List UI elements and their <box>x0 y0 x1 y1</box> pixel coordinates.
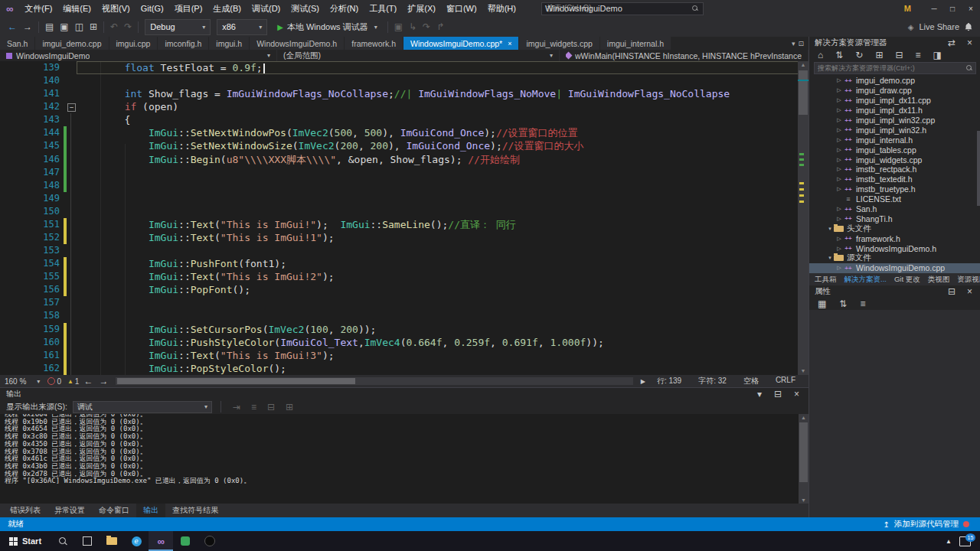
scroll-up-icon[interactable]: ▲ <box>799 414 808 422</box>
open-file-icon[interactable]: ▣ <box>57 21 71 32</box>
se-collapse-all-icon[interactable]: ⊟ <box>892 50 906 60</box>
props-pages-icon[interactable]: ≡ <box>857 298 868 309</box>
menu-item-测试-s[interactable]: 测试(S) <box>286 3 325 15</box>
tab-imconfig-h[interactable]: imconfig.h <box>158 37 208 50</box>
browser-button[interactable]: e <box>124 531 149 551</box>
se-home-icon[interactable]: ⌂ <box>815 50 826 60</box>
chevron-collapsed-icon[interactable]: ▷ <box>835 216 843 222</box>
output-list-icon[interactable]: ≡ <box>248 402 260 412</box>
code-line-158[interactable]: 158 <box>0 309 808 322</box>
nav-forward-icon[interactable]: → <box>20 21 35 32</box>
file-explorer-button[interactable] <box>100 531 124 551</box>
se-sync-icon[interactable]: ⇅ <box>832 50 846 60</box>
menu-item-编辑-e[interactable]: 编辑(E) <box>57 3 96 15</box>
chevron-collapsed-icon[interactable]: ▷ <box>835 147 843 153</box>
menu-item-文件-f[interactable]: 文件(F) <box>19 3 57 15</box>
chevron-collapsed-icon[interactable]: ▷ <box>835 107 843 113</box>
editor-vertical-scrollbar[interactable]: ▲ ▼ <box>798 61 808 375</box>
tab-imgui-internal-h[interactable]: imgui_internal.h <box>600 37 671 50</box>
menu-item-生成-b[interactable]: 生成(B) <box>207 3 247 15</box>
tree-item-imstb-rectpack-h[interactable]: ▷++imstb_rectpack.h <box>809 165 980 174</box>
chevron-collapsed-icon[interactable]: ▷ <box>835 137 843 143</box>
zoom-control[interactable]: 160 % ▾ <box>0 377 44 386</box>
nav-back-icon[interactable]: ← <box>5 21 20 32</box>
code-line-156[interactable]: 156 ImGui::PopFont(); <box>0 283 808 296</box>
right-panel-tab-解决方案资[interactable]: 解决方案资... <box>841 275 890 285</box>
props-alphabetical-icon[interactable]: ⇅ <box>836 298 850 309</box>
se-properties-icon[interactable]: ◨ <box>930 50 945 60</box>
chevron-expanded-icon[interactable]: ▾ <box>826 255 834 261</box>
minimize-button[interactable]: ─ <box>925 5 943 13</box>
active-files-dropdown-icon[interactable]: ▾ <box>792 40 795 47</box>
breakpoints-icon[interactable]: ▣ <box>391 21 406 32</box>
undo-icon[interactable]: ↶ <box>107 21 121 32</box>
code-line-143[interactable]: 143 { <box>0 113 808 126</box>
tree-item-imgui-impl-dx11-h[interactable]: ▷++imgui_impl_dx11.h <box>809 106 980 116</box>
solution-platform-dropdown[interactable]: x86 ▾ <box>217 19 267 35</box>
tree-item-源文件[interactable]: ▾源文件 <box>809 253 980 263</box>
code-line-159[interactable]: 159 ImGui::SetCursorPos(ImVec2(100, 200)… <box>0 323 808 336</box>
save-icon[interactable]: ◫ <box>72 21 87 32</box>
props-pin-icon[interactable]: ⊟ <box>945 286 959 297</box>
scroll-right-icon[interactable]: ▶ <box>638 378 648 385</box>
live-share-button[interactable]: Live Share <box>919 22 959 31</box>
chevron-collapsed-icon[interactable]: ▷ <box>835 236 843 242</box>
tree-item-imgui-impl-dx11-cpp[interactable]: ▷++imgui_impl_dx11.cpp <box>809 96 980 106</box>
add-to-source-control-button[interactable]: 添加到源代码管理 <box>894 519 959 530</box>
scrollbar-thumb[interactable] <box>117 378 355 384</box>
code-line-151[interactable]: 151 ImGui::Text("This is ImGui!"); ImGui… <box>0 218 808 231</box>
save-all-icon[interactable]: ⊞ <box>87 21 100 32</box>
tree-item-windowsimguidemo-h[interactable]: ▷++WindowsImguiDemo.h <box>809 243 980 253</box>
menu-item-工具-t[interactable]: 工具(T) <box>364 3 402 15</box>
project-dropdown[interactable]: WindowsImguiDemo ▾ <box>0 50 277 61</box>
code-line-148[interactable]: 148 <box>0 179 808 192</box>
chevron-collapsed-icon[interactable]: ▷ <box>835 166 843 172</box>
console-scrollbar[interactable]: ▲ ▼ <box>799 414 808 504</box>
tab-windowsimguidemo-cpp[interactable]: WindowsImguiDemo.cpp*× <box>403 37 518 50</box>
panel-tab-查找符号结果[interactable]: 查找符号结果 <box>165 505 225 516</box>
code-line-146[interactable]: 146 ImGui::Begin(u8"\\\\XXX脚本\\\\", &ope… <box>0 153 808 166</box>
bell-icon[interactable] <box>965 23 972 31</box>
scope-dropdown[interactable]: (全局范围) ▾ <box>277 50 560 61</box>
tree-scrollbar[interactable] <box>977 76 980 273</box>
redo-icon[interactable]: ↷ <box>121 21 135 32</box>
green-app-button[interactable] <box>173 531 198 551</box>
right-panel-tab-资源视图[interactable]: 资源视图 <box>953 275 980 285</box>
panel-tab-命令窗口[interactable]: 命令窗口 <box>92 505 136 516</box>
code-line-161[interactable]: 161 ImGui::Text("This is ImGui!3"); <box>0 349 808 362</box>
chevron-expanded-icon[interactable]: ▾ <box>826 226 834 232</box>
chevron-collapsed-icon[interactable]: ▷ <box>835 127 843 133</box>
show-hidden-icons-button[interactable]: ▲ <box>946 538 952 545</box>
new-file-icon[interactable]: ▤ <box>42 21 57 32</box>
output-goto-icon[interactable]: ⇥ <box>230 402 243 412</box>
tree-item-imstb-truetype-h[interactable]: ▷++imstb_truetype.h <box>809 184 980 194</box>
tab-imgui-widgets-cpp[interactable]: imgui_widgets.cpp <box>519 37 599 50</box>
panel-tab-错误列表[interactable]: 错误列表 <box>3 505 47 516</box>
scroll-up-icon[interactable]: ▲ <box>798 61 808 69</box>
se-close-icon[interactable]: × <box>964 37 975 48</box>
se-switch-views-icon[interactable]: ⇄ <box>945 37 959 48</box>
tab-framework-h[interactable]: framework.h <box>345 37 403 50</box>
editor-horizontal-scrollbar[interactable] <box>116 377 632 385</box>
tree-item-imgui-impl-win32-cpp[interactable]: ▷++imgui_impl_win32.cpp <box>809 116 980 126</box>
code-line-154[interactable]: 154 ImGui::PushFont(font1); <box>0 257 808 270</box>
task-view-button[interactable] <box>75 531 100 551</box>
tab-windowsimguidemo-h[interactable]: WindowsImguiDemo.h <box>250 37 344 50</box>
chevron-collapsed-icon[interactable]: ▷ <box>835 246 843 252</box>
fold-margin[interactable]: − <box>67 100 77 113</box>
chevron-collapsed-icon[interactable]: ▷ <box>835 77 843 83</box>
tab-close-icon[interactable]: × <box>508 40 511 47</box>
tree-item-imgui-draw-cpp[interactable]: ▷++imgui_draw.cpp <box>809 86 980 96</box>
output-pin-icon[interactable]: ⊟ <box>771 389 785 399</box>
tree-item-shangti-h[interactable]: ▷++ShangTi.h <box>809 214 980 223</box>
se-refresh-icon[interactable]: ↻ <box>852 50 866 60</box>
props-close-icon[interactable]: × <box>964 286 975 297</box>
tab-imgui-demo-cpp[interactable]: imgui_demo.cpp <box>35 37 108 50</box>
tree-item-san-h[interactable]: ▷++San.h <box>809 204 980 214</box>
step-out-icon[interactable]: ↱ <box>433 21 447 32</box>
start-debugging-button[interactable]: ▶ 本地 Windows 调试器 ▾ <box>272 20 382 34</box>
taskbar-search-button[interactable] <box>51 531 75 551</box>
chevron-collapsed-icon[interactable]: ▷ <box>835 176 843 182</box>
chevron-collapsed-icon[interactable]: ▷ <box>835 87 843 93</box>
navigate-back-icon[interactable]: ← <box>80 376 96 386</box>
